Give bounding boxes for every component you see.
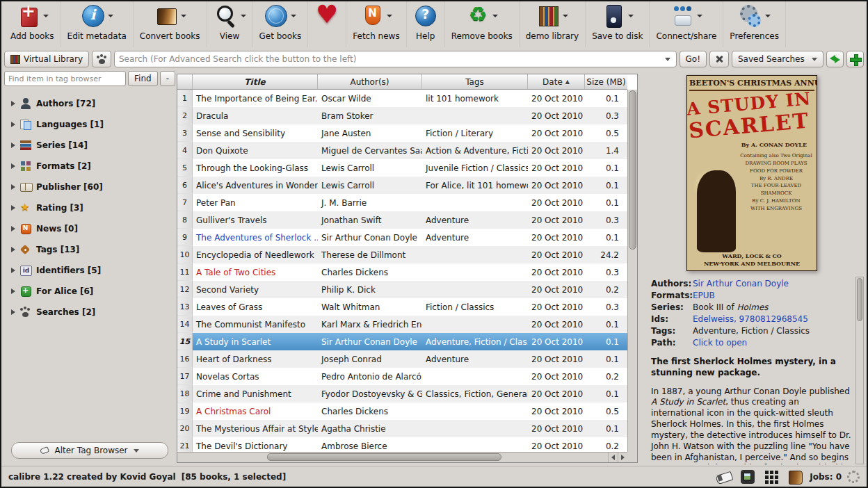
cell-date[interactable]: 20 Oct 2010 xyxy=(528,302,585,312)
help-button[interactable]: Help xyxy=(407,1,445,47)
cell-tags[interactable]: Adventure, Fiction / Clas... xyxy=(422,337,528,347)
tag-browser-toggle-button[interactable] xyxy=(715,469,733,485)
jobs-status[interactable]: Jobs: 0 xyxy=(810,472,842,482)
clear-search-button[interactable] xyxy=(709,51,729,67)
cell-title[interactable]: A Tale of Two Cities xyxy=(193,268,318,277)
sidebar-item-authors[interactable]: Authors [72] xyxy=(4,93,175,114)
search-input[interactable] xyxy=(119,54,661,64)
cell-date[interactable]: 20 Oct 2010 xyxy=(528,441,585,451)
table-row[interactable]: 16 Heart of Darkness Joseph Conrad Adven… xyxy=(177,350,627,368)
copy-search-button[interactable] xyxy=(826,51,844,67)
cell-author[interactable]: Walt Whitman xyxy=(318,302,422,312)
horizontal-scrollbar[interactable] xyxy=(177,452,627,462)
expand-arrow-icon[interactable] xyxy=(11,184,15,190)
cell-author[interactable]: J. M. Barrie xyxy=(318,198,422,208)
cell-author[interactable]: Miguel de Cervantes Saa... xyxy=(318,146,422,156)
details-scrollbar[interactable] xyxy=(855,277,864,464)
cell-tags[interactable]: Classics, Fiction, General,... xyxy=(422,389,528,399)
cell-title[interactable]: The Communist Manifesto xyxy=(193,320,318,330)
table-row[interactable]: 4 Don Quixote Miguel de Cervantes Saa...… xyxy=(177,142,627,159)
alter-tag-browser-button[interactable]: Alter Tag Browser xyxy=(11,442,168,459)
table-row[interactable]: 20 The Mysterious Affair at Styles Agath… xyxy=(177,420,627,437)
dropdown-arrow-icon[interactable] xyxy=(492,15,498,17)
horizontal-scrollbar-thumb[interactable] xyxy=(267,453,501,461)
cell-date[interactable]: 20 Oct 2010 xyxy=(528,181,585,190)
cell-tags[interactable]: Fiction / Classics xyxy=(422,302,528,312)
column-header-authors[interactable]: Author(s) xyxy=(318,74,422,89)
cell-date[interactable]: 20 Oct 2010 xyxy=(528,337,585,347)
cell-date[interactable]: 20 Oct 2010 xyxy=(528,94,585,104)
expand-arrow-icon[interactable] xyxy=(11,122,15,127)
sidebar-item-languages[interactable]: Languages [1] xyxy=(4,114,175,135)
cell-title[interactable]: The Adventures of Sherlock ... xyxy=(193,233,318,243)
cell-author[interactable]: Oscar Wilde xyxy=(318,94,422,104)
sidebar-item-series[interactable]: Series [14] xyxy=(4,135,175,156)
convert-books-button[interactable]: Convert books xyxy=(134,1,207,47)
cell-author[interactable]: Jane Austen xyxy=(318,129,422,138)
cell-size[interactable]: 0.1 xyxy=(585,181,627,190)
column-header-title[interactable]: Title xyxy=(193,74,318,89)
dropdown-arrow-icon[interactable] xyxy=(43,15,49,17)
vertical-scrollbar-thumb[interactable] xyxy=(629,90,636,250)
cell-date[interactable]: 20 Oct 2010 xyxy=(528,268,585,277)
table-row[interactable]: 9 The Adventures of Sherlock ... Sir Art… xyxy=(177,229,627,246)
cell-title[interactable]: Novelas Cortas xyxy=(193,372,318,382)
cell-size[interactable]: 0.5 xyxy=(585,129,627,138)
cell-author[interactable]: Charles Dickens xyxy=(318,407,422,416)
expand-arrow-icon[interactable] xyxy=(11,226,15,231)
collapse-all-button[interactable]: - xyxy=(160,71,175,86)
scroll-right-button[interactable] xyxy=(618,453,627,462)
sidebar-item-identifiers[interactable]: Identifiers [5] xyxy=(4,260,175,281)
cell-date[interactable]: 20 Oct 2010 xyxy=(528,250,585,260)
cell-size[interactable]: 24.2 xyxy=(585,250,627,260)
sidebar-item-tags[interactable]: Tags [13] xyxy=(4,239,175,260)
table-row[interactable]: 17 Novelas Cortas Pedro Antonio de Alarc… xyxy=(177,368,627,385)
dropdown-arrow-icon[interactable] xyxy=(628,15,634,17)
cell-size[interactable]: 0.3 xyxy=(585,111,627,121)
expand-arrow-icon[interactable] xyxy=(11,309,15,315)
cell-tags[interactable]: Adventure xyxy=(422,215,528,225)
cell-title[interactable]: Second Variety xyxy=(193,285,318,295)
cell-title[interactable]: The Mysterious Affair at Styles xyxy=(193,424,318,434)
formats-link[interactable]: EPUB xyxy=(693,290,853,302)
dropdown-arrow-icon[interactable] xyxy=(387,15,392,17)
tag-browser-find-field[interactable] xyxy=(4,71,126,86)
save-search-button[interactable] xyxy=(846,51,864,67)
table-row[interactable]: 21 The Devil's Dictionary Ambrose Bierce… xyxy=(177,437,627,452)
library-button[interactable]: demo library xyxy=(520,1,586,47)
cell-title[interactable]: Through the Looking-Glass xyxy=(193,163,318,173)
table-row[interactable]: 5 Through the Looking-Glass Lewis Carrol… xyxy=(177,159,627,177)
sidebar-item-publisher[interactable]: Publisher [60] xyxy=(4,177,175,197)
table-row[interactable]: 6 Alice's Adventures in Wonder... Lewis … xyxy=(177,177,627,194)
cell-tags[interactable]: Juvenile Fiction / Classics xyxy=(422,163,528,173)
cell-date[interactable]: 20 Oct 2010 xyxy=(528,129,585,138)
vertical-scrollbar[interactable] xyxy=(627,90,637,452)
cell-size[interactable]: 0.1 xyxy=(585,320,627,330)
cell-date[interactable]: 20 Oct 2010 xyxy=(528,163,585,173)
cell-title[interactable]: Sense and Sensibility xyxy=(193,129,318,138)
cell-author[interactable]: Joseph Conrad xyxy=(318,355,422,364)
cell-size[interactable]: 0.1 xyxy=(585,94,627,104)
cell-author[interactable]: Pedro Antonio de Alarcón xyxy=(318,372,422,382)
cell-author[interactable]: Philip K. Dick xyxy=(318,285,422,295)
table-row[interactable]: 18 Crime and Punishment Fyodor Dostoyevs… xyxy=(177,385,627,402)
virtual-library-button[interactable]: Virtual Library xyxy=(4,51,89,67)
cell-date[interactable]: 20 Oct 2010 xyxy=(528,146,585,156)
fetch-news-button[interactable]: Fetch news xyxy=(346,1,406,47)
cell-author[interactable]: Jonathan Swift xyxy=(318,215,422,225)
add-books-button[interactable]: Add books xyxy=(4,1,61,47)
cell-size[interactable]: 0.2 xyxy=(585,372,627,382)
details-scrollbar-thumb[interactable] xyxy=(857,278,862,321)
search-field[interactable] xyxy=(114,51,677,67)
cell-size[interactable]: 0.2 xyxy=(585,441,627,451)
table-row[interactable]: 7 Peter Pan J. M. Barrie 20 Oct 2010 0.1 xyxy=(177,194,627,211)
sidebar-item-formats[interactable]: Formats [2] xyxy=(4,156,175,177)
cell-author[interactable]: Sir Arthur Conan Doyle xyxy=(318,337,422,347)
find-button[interactable]: Find xyxy=(128,71,158,86)
expand-arrow-icon[interactable] xyxy=(11,288,15,294)
connect-share-button[interactable]: Connect/share xyxy=(650,1,723,47)
cell-title[interactable]: A Christmas Carol xyxy=(193,407,318,416)
jobs-spinner-icon[interactable] xyxy=(847,471,860,483)
cell-date[interactable]: 20 Oct 2010 xyxy=(528,372,585,382)
cell-size[interactable]: 0.1 xyxy=(585,355,627,364)
